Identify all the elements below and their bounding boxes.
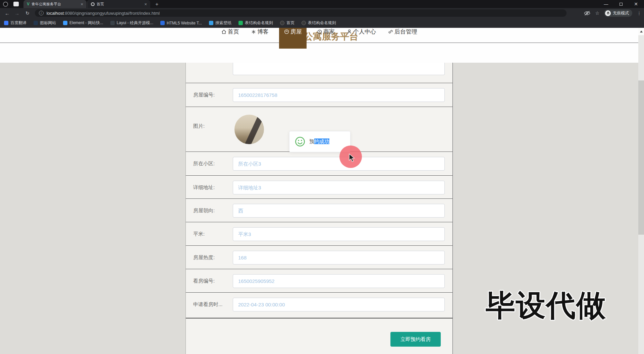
orientation-input[interactable] <box>233 204 445 218</box>
house-icon <box>284 29 289 35</box>
tab-close-icon[interactable]: × <box>80 2 83 7</box>
scrollbar-thumb[interactable] <box>638 80 644 235</box>
minimize-button[interactable]: — <box>604 2 608 7</box>
form-row-house-number: 房屋编号: <box>186 83 452 107</box>
success-toast: 预约成功 <box>289 131 351 152</box>
merchant-icon <box>317 29 322 35</box>
watermark-text: 毕设代做 <box>486 286 606 326</box>
home-icon <box>221 29 227 35</box>
bookmarks-bar: 百度翻译 图标网站 Element - 网站快... Layui - 经典开源模… <box>0 18 644 28</box>
selected-text: 约成功 <box>314 138 329 144</box>
form-row-community: 所在小区: <box>186 152 452 175</box>
bookmark-item[interactable]: Layui - 经典开源模... <box>110 20 153 26</box>
community-input[interactable] <box>233 157 445 171</box>
back-icon[interactable]: ← <box>5 10 10 16</box>
form-row-partial <box>186 63 452 83</box>
browser-chrome: V 青年公寓服务平台 × 首页 × ＋ — ✕ ← → ↻ i localhos… <box>0 0 644 28</box>
address-input[interactable] <box>233 181 445 194</box>
close-window-button[interactable]: ✕ <box>634 1 638 7</box>
form-row-viewing-time: 申请看房时... <box>186 292 452 318</box>
incognito-label: 无痕模式 <box>613 10 629 16</box>
incognito-icon <box>605 10 611 16</box>
url-field[interactable]: i localhost:8080/qingniangongyufuwupingt… <box>35 9 567 17</box>
bookmark-favicon <box>34 21 38 25</box>
recorder-app-icon <box>3 2 8 7</box>
viewing-time-input[interactable] <box>233 298 445 311</box>
address-bar: ← → ↻ i localhost:8080/qingniangongyufuw… <box>0 8 644 18</box>
scroll-up-icon <box>640 31 643 33</box>
form-row-viewing-number: 看房编号: <box>186 269 452 292</box>
form-row-popularity: 房屋热度: <box>186 245 452 269</box>
bookmark-favicon <box>110 21 115 25</box>
site-favicon-icon <box>91 2 95 6</box>
bookmark-item[interactable]: 百度翻译 <box>4 20 26 26</box>
bookmark-favicon <box>280 21 284 25</box>
mouse-cursor-icon <box>348 154 356 162</box>
field-label: 详细地址: <box>193 184 215 191</box>
bookmark-favicon <box>63 21 67 25</box>
bookmark-item[interactable]: 表结构命名规则 <box>238 20 273 26</box>
smiley-success-icon <box>295 136 305 147</box>
form-row-orientation: 房屋朝向: <box>186 198 452 222</box>
bookmark-star-icon[interactable]: ☆ <box>595 10 599 16</box>
tab-title: 首页 <box>97 2 142 7</box>
bookmark-item[interactable]: Element - 网站快... <box>63 20 103 26</box>
field-label: 看房编号: <box>193 278 215 284</box>
field-label: 平米: <box>193 231 205 237</box>
reload-icon[interactable]: ↻ <box>25 10 30 16</box>
bookmark-favicon <box>160 21 165 25</box>
field-label: 图片: <box>193 123 205 129</box>
tab-close-icon[interactable]: × <box>144 2 147 7</box>
app-window-icon <box>13 2 19 6</box>
field-label: 房屋热度: <box>193 254 215 261</box>
bookmark-item[interactable]: HTML5 Website T... <box>160 21 202 25</box>
booking-form-panel: 房屋编号: 图片: 所在小区: 详细地址: 房屋朝向: 平米: 房屋热度: 看房… <box>185 63 453 354</box>
tab-strip: V 青年公寓服务平台 × 首页 × ＋ — ✕ <box>0 0 644 8</box>
browser-tab-inactive[interactable]: 首页 × <box>87 0 150 8</box>
bookmark-favicon <box>209 21 213 25</box>
popularity-input[interactable] <box>233 251 445 264</box>
url-text: localhost:8080/qingniangongyufuwupingtai… <box>47 11 160 16</box>
viewing-number-input[interactable] <box>233 274 445 288</box>
field-label: 申请看房时... <box>193 301 223 308</box>
forward-icon[interactable]: → <box>14 10 19 16</box>
eye-off-icon[interactable] <box>584 11 590 16</box>
form-row-area: 平米: <box>186 222 452 245</box>
page-info-icon[interactable]: i <box>39 11 44 15</box>
house-image <box>234 115 264 144</box>
area-input[interactable] <box>233 227 445 241</box>
admin-link-icon <box>388 29 393 35</box>
house-number-input[interactable] <box>233 88 445 102</box>
toast-message: 预约成功 <box>309 138 329 145</box>
form-row-address: 详细地址: <box>186 175 452 198</box>
incognito-badge: 无痕模式 <box>604 9 632 17</box>
bookmark-item[interactable]: 图标网站 <box>34 20 56 26</box>
field-label: 房屋编号: <box>193 92 215 98</box>
field-label: 房屋朝向: <box>193 208 215 214</box>
book-viewing-button[interactable]: 立即预约看房 <box>390 332 441 347</box>
page-scrollbar[interactable] <box>638 28 644 354</box>
bookmark-favicon <box>4 21 8 25</box>
bookmark-favicon <box>238 21 243 25</box>
bookmark-favicon <box>302 21 306 25</box>
maximize-button[interactable] <box>620 3 623 6</box>
tab-title: 青年公寓服务平台 <box>32 2 78 7</box>
bookmark-item[interactable]: 搜索壁纸 <box>209 20 231 26</box>
form-actions: 立即预约看房 <box>186 318 452 353</box>
blog-icon <box>251 29 256 35</box>
bookmark-item[interactable]: 首页 <box>280 20 294 26</box>
bookmark-item[interactable]: 表结构命名规则 <box>302 20 336 26</box>
new-tab-button[interactable]: ＋ <box>154 1 159 7</box>
menu-kebab-icon[interactable]: ⋮ <box>637 11 641 16</box>
scrollbar-up-button[interactable] <box>638 28 644 35</box>
field-label: 所在小区: <box>193 161 215 167</box>
user-icon <box>346 29 352 35</box>
vue-favicon-icon: V <box>27 2 30 6</box>
browser-tab-active[interactable]: V 青年公寓服务平台 × <box>23 0 87 8</box>
